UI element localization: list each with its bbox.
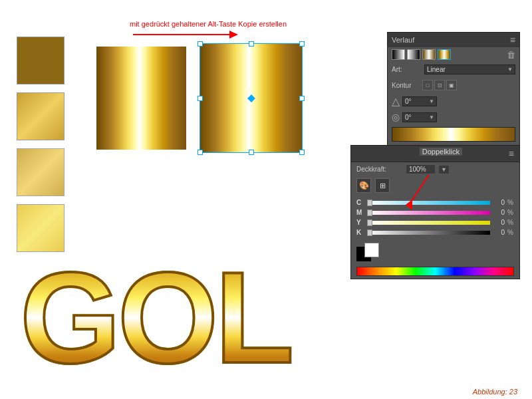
annotation-text: mit gedrückt gehaltener Alt-Taste Kopie … [130, 20, 287, 28]
white-box[interactable] [364, 243, 379, 257]
grid-icon[interactable]: ⊞ [375, 178, 390, 193]
doppelklick-arrow [396, 172, 432, 211]
art-label: Art: [392, 66, 422, 73]
cmyk-c-label: C [356, 199, 364, 206]
handle-ml[interactable] [198, 96, 203, 101]
angle-value-2: 0° [405, 114, 412, 121]
panel-menu-icon[interactable]: ≡ [510, 35, 515, 45]
cmyk-y-thumb[interactable] [367, 219, 372, 226]
cmyk-k-thumb[interactable] [367, 229, 372, 236]
cmyk-k-percent: % [507, 229, 514, 236]
verlauf-panel-header: Verlauf ≡ [388, 33, 519, 47]
handle-bl[interactable] [198, 150, 203, 155]
dk-menu-icon[interactable]: ≡ [509, 148, 514, 159]
cmyk-k-track [367, 231, 490, 235]
handle-tl[interactable] [198, 41, 203, 47]
cmyk-c-row: C 0 % [351, 198, 519, 207]
cmyk-y-track [367, 221, 490, 225]
kontur-icon-3[interactable]: ▣ [446, 80, 457, 90]
gradient-swatch-3[interactable] [422, 49, 436, 60]
color-icon-row: 🎨 ⊞ [351, 176, 519, 195]
svg-marker-1 [229, 31, 238, 39]
cmyk-m-percent: % [507, 209, 514, 216]
color-palette-icon[interactable]: 🎨 [356, 178, 371, 193]
swatch-gold-gradient-2[interactable] [17, 148, 65, 196]
handle-br[interactable] [299, 150, 305, 155]
angle-arrow: ▼ [429, 98, 434, 104]
gradient-swatch-active[interactable] [438, 49, 451, 60]
swatch-gold-gradient[interactable] [17, 92, 65, 140]
doppelklick-label: Doppelklick [420, 148, 462, 156]
circle-icon: ◎ [392, 112, 400, 122]
cmyk-c-value: 0 [493, 199, 505, 206]
cmyk-section: C 0 % M 0 % Y [351, 195, 519, 240]
gradient-preview-strip[interactable] [392, 127, 515, 142]
art-dropdown[interactable]: Linear ▼ [424, 65, 515, 74]
gradient-swatch-1[interactable] [392, 49, 405, 60]
verlauf-title: Verlauf [392, 36, 414, 44]
angle-icon: △ [392, 95, 400, 108]
deckkraft-dropdown[interactable]: ▼ [438, 165, 450, 174]
angle-input[interactable]: 0° ▼ [402, 96, 437, 106]
art-dropdown-arrow: ▼ [507, 66, 513, 72]
swatch-dark-gold[interactable] [17, 37, 65, 84]
doppelklick-panel: ≡ Deckkraft: ▼ 🎨 ⊞ C 0 % [350, 145, 520, 279]
angle-row-2: ◎ 0° ▼ [388, 110, 519, 124]
cmyk-m-thumb[interactable] [367, 209, 372, 216]
handle-mr[interactable] [299, 96, 305, 101]
cmyk-k-row: K 0 % [351, 227, 519, 237]
cmyk-c-percent: % [507, 199, 514, 206]
figure-label: Abbildung: 23 [473, 388, 517, 396]
kontur-icons: □ ⊡ ▣ [422, 80, 457, 90]
angle-value: 0° [405, 98, 412, 105]
cmyk-y-label: Y [356, 219, 364, 226]
annotation-arrow [133, 28, 239, 41]
art-dropdown-value: Linear [427, 66, 446, 73]
cmyk-m-label: M [356, 209, 364, 216]
gradient-rects-container [96, 43, 303, 153]
trash-icon[interactable]: 🗑 [507, 50, 515, 60]
svg-marker-3 [406, 200, 412, 210]
cmyk-k-label: K [356, 229, 364, 236]
gradient-swatch-2[interactable] [407, 49, 420, 60]
cmyk-y-row: Y 0 % [351, 217, 519, 227]
center-handle[interactable] [247, 94, 255, 102]
deckkraft-row: Deckkraft: ▼ [351, 162, 519, 176]
cmyk-y-percent: % [507, 219, 514, 226]
swatches-panel [17, 37, 65, 252]
kontur-row: Kontur □ ⊡ ▣ [388, 77, 519, 93]
cmyk-y-slider[interactable] [367, 219, 490, 226]
handle-bm[interactable] [249, 150, 254, 155]
cmyk-m-value: 0 [493, 209, 505, 216]
gradient-swatches-row: 🗑 [388, 47, 519, 62]
cmyk-k-slider[interactable] [367, 229, 490, 236]
cmyk-m-row: M 0 % [351, 207, 519, 217]
color-preview-box [351, 240, 519, 264]
kontur-icon-2[interactable]: ⊡ [434, 80, 445, 90]
canvas-area: mit gedrückt gehaltener Alt-Taste Kopie … [0, 0, 532, 399]
cmyk-y-value: 0 [493, 219, 505, 226]
gold-text: GOL [20, 253, 291, 382]
art-row: Art: Linear ▼ [388, 62, 519, 77]
angle-input-2[interactable]: 0° ▼ [402, 112, 437, 122]
kontur-icon-1[interactable]: □ [422, 80, 433, 90]
gradient-rect-1[interactable] [96, 47, 186, 150]
angle-row: △ 0° ▼ [388, 93, 519, 110]
angle-arrow-2: ▼ [429, 114, 434, 120]
handle-tr[interactable] [299, 41, 305, 47]
bw-corner [356, 243, 379, 261]
kontur-label: Kontur [392, 82, 420, 89]
cmyk-c-thumb[interactable] [367, 200, 372, 206]
handle-tm[interactable] [249, 41, 254, 47]
cmyk-k-value: 0 [493, 229, 505, 236]
gradient-rect-2[interactable] [200, 43, 303, 153]
rainbow-bar[interactable] [356, 267, 514, 276]
